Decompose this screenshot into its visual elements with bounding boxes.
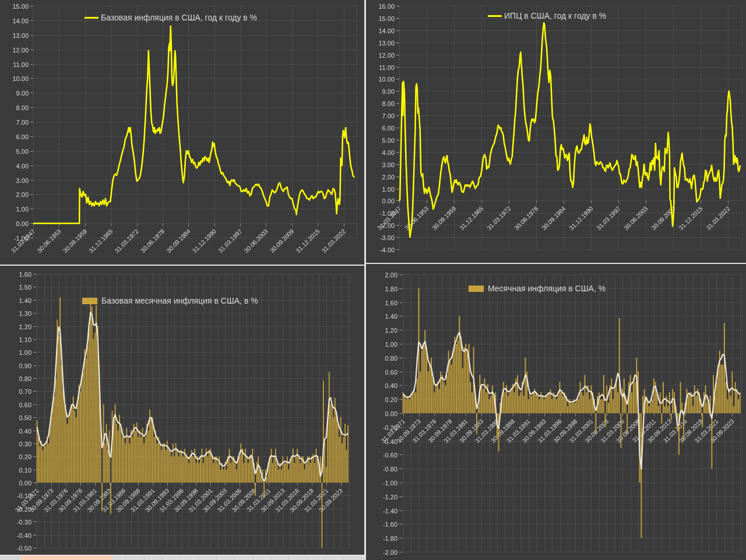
chart-cpi-yoy: ИПЦ в США, год к году в % <box>366 0 746 263</box>
chart-monthly-inflation: Месячная инфляция в США, % <box>366 264 746 560</box>
monthly-inflation-chart-canvas <box>366 264 746 560</box>
sheet-edge-highlight <box>21 555 112 560</box>
core-inflation-yoy-chart-canvas <box>0 0 365 265</box>
core-monthly-inflation-chart-canvas <box>0 266 365 555</box>
sheet-edge-strip <box>0 555 366 560</box>
chart-core-monthly-inflation: Базовая месячная инфляция в США, в % <box>0 266 365 555</box>
workbook-canvas: Базовая инфляция в США, год к году в % И… <box>0 0 746 560</box>
cpi-yoy-chart-canvas <box>366 0 746 263</box>
chart-core-inflation-yoy: Базовая инфляция в США, год к году в % <box>0 0 365 265</box>
horizontal-panel-divider-right <box>366 263 746 264</box>
horizontal-panel-divider-left <box>0 265 365 266</box>
vertical-panel-divider <box>364 0 366 555</box>
